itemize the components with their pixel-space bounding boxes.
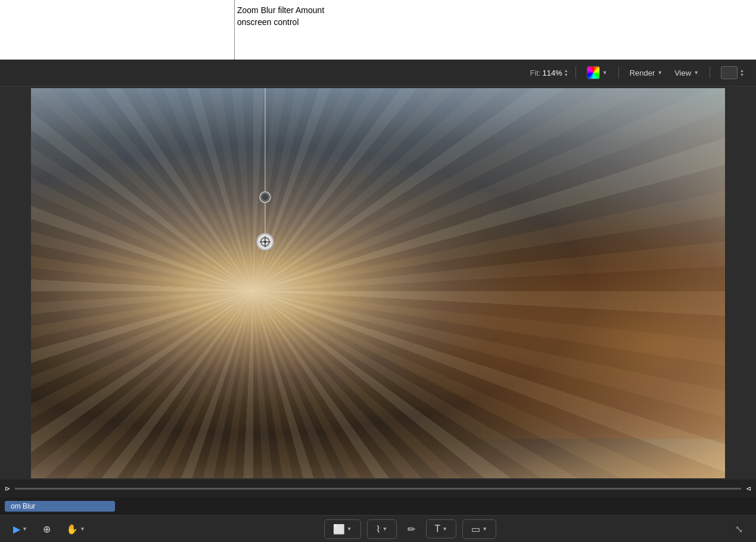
view-chevron: ▼	[693, 70, 699, 76]
bezier-icon: ⌇	[376, 524, 381, 535]
hand-chevron: ▼	[80, 526, 85, 532]
crop-chevron: ▼	[347, 526, 352, 532]
orbit-icon: ⊕	[43, 524, 51, 535]
toolbar-divider-2	[618, 67, 619, 79]
play-icon: ▶	[13, 524, 20, 535]
bezier-button[interactable]: ⌇ ▼	[371, 521, 393, 537]
hand-icon: ✋	[66, 524, 78, 535]
shape-tool-group[interactable]: ▭ ▼	[462, 519, 496, 539]
toolbar-divider-1	[575, 67, 576, 79]
workspace-selector[interactable]: ▲ ▼	[717, 64, 748, 81]
annotation-area: Zoom Blur filter Amount onscreen control	[0, 0, 756, 60]
video-background	[31, 88, 725, 478]
render-button[interactable]: Render ▼	[626, 67, 667, 79]
text-icon: T	[435, 524, 441, 534]
bezier-chevron: ▼	[382, 526, 388, 532]
text-tool-group[interactable]: T ▼	[426, 519, 457, 538]
fit-value: 114%	[543, 68, 562, 77]
video-frame[interactable]	[31, 88, 725, 478]
crop-tool-group[interactable]: ⬜ ▼	[324, 519, 361, 539]
shape-chevron: ▼	[482, 526, 487, 532]
render-label: Render	[630, 68, 655, 77]
workspace-icon	[721, 66, 738, 79]
crop-icon: ⬜	[333, 524, 345, 535]
bottom-toolbar: ▶ ▼ ⊕ ✋ ▼ ⬜ ▼ ⌇ ▼ ✏ T ▼ ▭	[0, 515, 756, 542]
play-chevron: ▼	[22, 526, 27, 532]
expand-button[interactable]: ⤡	[730, 521, 748, 537]
text-chevron: ▼	[442, 526, 447, 532]
fit-stepper[interactable]: ▲ ▼	[564, 68, 568, 77]
fit-label: Fit:	[530, 68, 540, 77]
viewer-toolbar: Fit: 114% ▲ ▼ ▼ Render ▼ View ▼ ▲ ▼	[0, 60, 756, 86]
toolbar-divider-3	[710, 67, 710, 79]
view-label: View	[674, 68, 691, 77]
scrubber-start-icon: ⊳	[5, 485, 10, 493]
color-chevron: ▼	[602, 70, 608, 76]
scrubber-track[interactable]	[15, 488, 741, 490]
annotation-line1: Zoom Blur filter Amount	[237, 5, 324, 17]
annotation-line2: onscreen control	[237, 17, 324, 29]
orbit-tool-button[interactable]: ⊕	[38, 521, 55, 537]
timeline-area: om Blur	[0, 497, 756, 515]
pen-tool-button[interactable]: ✏	[403, 521, 420, 537]
crop-button[interactable]: ⬜ ▼	[328, 521, 357, 537]
canvas-area	[0, 86, 756, 479]
scrubber-bar[interactable]: ⊳ ⊲	[0, 479, 756, 497]
fit-control[interactable]: Fit: 114% ▲ ▼	[530, 68, 568, 77]
hand-tool-button[interactable]: ✋ ▼	[61, 521, 90, 537]
color-swatch	[587, 66, 600, 79]
color-display-button[interactable]: ▼	[583, 64, 611, 81]
bezier-tool-group[interactable]: ⌇ ▼	[367, 519, 397, 539]
annotation-line	[234, 0, 235, 60]
pen-icon: ✏	[407, 524, 415, 535]
view-button[interactable]: View ▼	[671, 67, 702, 79]
render-chevron: ▼	[657, 70, 662, 76]
shape-icon: ▭	[471, 524, 480, 535]
expand-icon: ⤡	[735, 524, 743, 535]
warm-overlay	[378, 205, 726, 439]
shape-button[interactable]: ▭ ▼	[466, 521, 492, 537]
workspace-stepper[interactable]: ▲ ▼	[740, 68, 744, 77]
scrubber-end-icon: ⊲	[746, 485, 751, 493]
timeline-clip[interactable]: om Blur	[5, 501, 115, 512]
play-button[interactable]: ▶ ▼	[8, 521, 32, 537]
annotation-text: Zoom Blur filter Amount onscreen control	[237, 5, 324, 28]
text-button[interactable]: T ▼	[430, 521, 453, 537]
